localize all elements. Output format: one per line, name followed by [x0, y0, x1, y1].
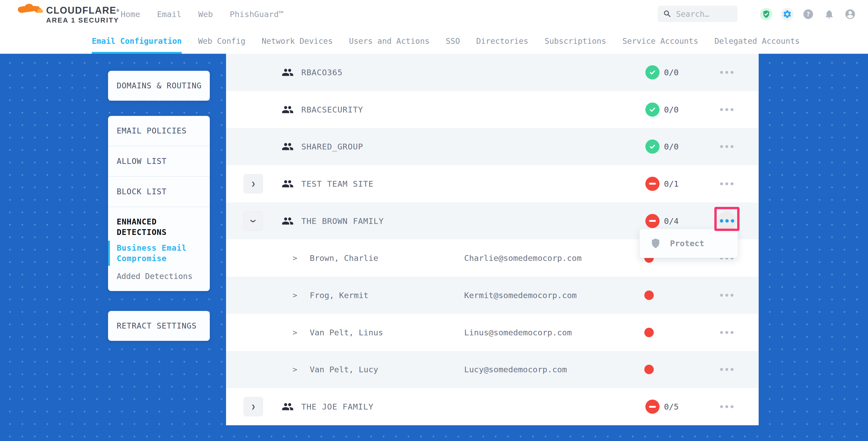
group-name: THE BROWN FAMILY	[301, 216, 384, 226]
ellipsis-dot	[725, 331, 728, 334]
context-menu-item-protect[interactable]: Protect	[640, 237, 738, 249]
ellipsis-dot	[731, 145, 734, 148]
tab-users-and-actions[interactable]: Users and Actions	[349, 28, 430, 54]
table-row-rbacsecurity[interactable]: RBACSECURITY0/0	[226, 91, 758, 128]
protected-count: 0/1	[664, 179, 679, 189]
table-row-the-joe-family[interactable]: ❯THE JOE FAMILY0/5	[226, 388, 758, 425]
top-nav-web[interactable]: Web	[198, 9, 213, 19]
sidebar-card-1: EMAIL POLICIESALLOW LISTBLOCK LISTENHANC…	[108, 116, 210, 291]
table-row-test-team-site[interactable]: ❯TEST TEAM SITE0/1	[226, 165, 758, 202]
group-icon	[282, 66, 294, 78]
ellipsis-dot	[731, 71, 734, 74]
ellipsis-dot	[725, 182, 728, 185]
shield-icon	[650, 237, 661, 249]
table-row-rbaco365[interactable]: RBACO3650/0	[226, 54, 758, 91]
table-row-van-pelt-linus[interactable]: >Van Pelt, LinusLinus@somedemocorp.com	[226, 314, 758, 351]
table-row-van-pelt-lucy[interactable]: >Van Pelt, LucyLucy@somedemocorp.com	[226, 351, 758, 388]
ellipsis-dot	[720, 182, 723, 185]
ellipsis-dot	[720, 71, 723, 74]
ellipsis-dot	[731, 405, 734, 408]
protected-count: 0/5	[664, 402, 679, 411]
account-user-icon[interactable]	[844, 8, 857, 21]
brand-name: CLOUDFLARE®	[46, 5, 120, 16]
status-check-badge	[645, 102, 659, 117]
protection-shield-icon[interactable]	[760, 8, 773, 21]
svg-text:?: ?	[806, 10, 810, 18]
sidebar-item-enhanced-detections[interactable]: ENHANCED DETECTIONS	[108, 207, 210, 239]
minus-glyph	[649, 220, 656, 222]
group-icon	[282, 140, 294, 153]
sidebar-item-email-policies[interactable]: EMAIL POLICIES	[108, 116, 210, 146]
top-nav: HomeEmailWebPhishGuard™	[121, 0, 283, 28]
sidebar-card-2: RETRACT SETTINGS	[108, 311, 210, 341]
ellipsis-dot	[725, 71, 728, 74]
context-menu: Protect	[639, 229, 738, 258]
tab-service-accounts[interactable]: Service Accounts	[622, 28, 698, 54]
status-minus-badge	[645, 214, 659, 228]
row-actions-menu-button[interactable]	[720, 182, 734, 185]
chevron-right-icon: ❯	[251, 180, 255, 187]
top-bar: CLOUDFLARE® AREA 1 SECURITY HomeEmailWeb…	[0, 0, 868, 28]
ellipsis-dot	[731, 368, 734, 371]
row-actions-menu-button[interactable]	[720, 405, 734, 408]
member-name: Van Pelt, Linus	[310, 328, 383, 337]
top-nav-email[interactable]: Email	[157, 9, 182, 19]
row-actions-menu-button[interactable]	[720, 294, 734, 296]
table-row-shared-group[interactable]: SHARED_GROUP0/0	[226, 128, 758, 165]
sidebar-item-added-detections[interactable]: Added Detections	[108, 267, 210, 291]
member-name: Brown, Charlie	[310, 253, 378, 263]
search-box[interactable]: Search…	[658, 6, 737, 22]
table-row-frog-kermit[interactable]: >Frog, KermitKermit@somedemocorp.com	[226, 277, 758, 314]
row-actions-menu-button[interactable]	[720, 331, 734, 334]
search-placeholder: Search…	[676, 9, 709, 19]
tab-subscriptions[interactable]: Subscriptions	[545, 28, 606, 54]
highlight-annotation-box	[714, 207, 740, 231]
tab-delegated-accounts[interactable]: Delegated Accounts	[714, 28, 800, 54]
context-menu-item-label: Protect	[670, 239, 704, 248]
chevron-right-icon[interactable]: >	[293, 365, 297, 374]
sidebar-item-allow-list[interactable]: ALLOW LIST	[108, 146, 210, 176]
sidebar-item-retract-settings[interactable]: RETRACT SETTINGS	[108, 311, 210, 341]
header-icon-row: ?	[760, 0, 857, 28]
top-nav-home[interactable]: Home	[121, 9, 140, 19]
ellipsis-dot	[731, 108, 734, 111]
help-icon[interactable]: ?	[802, 8, 814, 21]
sidebar-item-business-email-compromise[interactable]: Business Email Compromise	[108, 239, 210, 267]
top-nav-phishguard[interactable]: PhishGuard™	[230, 9, 283, 19]
chevron-right-icon[interactable]: >	[293, 291, 297, 300]
brand-logo[interactable]: CLOUDFLARE® AREA 1 SECURITY	[17, 2, 120, 24]
member-email: Linus@somedemocorp.com	[464, 328, 572, 337]
expand-button[interactable]: ❯	[244, 174, 263, 193]
member-email: Charlie@somedemocorp.com	[464, 253, 582, 263]
sidebar: DOMAINS & ROUTINGEMAIL POLICIESALLOW LIS…	[108, 71, 210, 341]
cloudflare-cloud-icon	[17, 3, 44, 19]
ellipsis-dot	[720, 294, 723, 296]
tab-email-configuration[interactable]: Email Configuration	[92, 28, 182, 54]
ellipsis-dot	[725, 368, 728, 371]
chevron-right-icon[interactable]: >	[293, 328, 297, 337]
row-actions-menu-button[interactable]	[720, 368, 734, 371]
tab-sso[interactable]: SSO	[446, 28, 460, 54]
notifications-bell-icon[interactable]	[823, 8, 835, 21]
sidebar-item-domains-routing[interactable]: DOMAINS & ROUTING	[108, 71, 210, 101]
sidebar-item-block-list[interactable]: BLOCK LIST	[108, 177, 210, 207]
tab-web-config[interactable]: Web Config	[198, 28, 245, 54]
expand-button[interactable]: ❯	[244, 397, 263, 416]
row-actions-menu-button[interactable]	[720, 108, 734, 111]
group-name: THE JOE FAMILY	[301, 402, 373, 411]
tab-network-devices[interactable]: Network Devices	[262, 28, 333, 54]
collapse-button[interactable]: ❯	[244, 211, 263, 231]
ellipsis-dot	[725, 145, 728, 148]
member-name: Frog, Kermit	[310, 290, 368, 300]
status-minus-badge	[645, 400, 659, 414]
settings-gear-icon[interactable]	[781, 8, 794, 21]
row-actions-menu-button[interactable]	[720, 71, 734, 74]
sidebar-card-0: DOMAINS & ROUTING	[108, 71, 210, 101]
protected-count: 0/0	[664, 68, 679, 77]
group-icon	[282, 401, 294, 413]
group-icon	[282, 103, 294, 116]
chevron-right-icon[interactable]: >	[293, 254, 297, 262]
protected-count: 0/0	[664, 142, 679, 151]
tab-directories[interactable]: Directories	[476, 28, 528, 54]
row-actions-menu-button[interactable]	[720, 145, 734, 148]
